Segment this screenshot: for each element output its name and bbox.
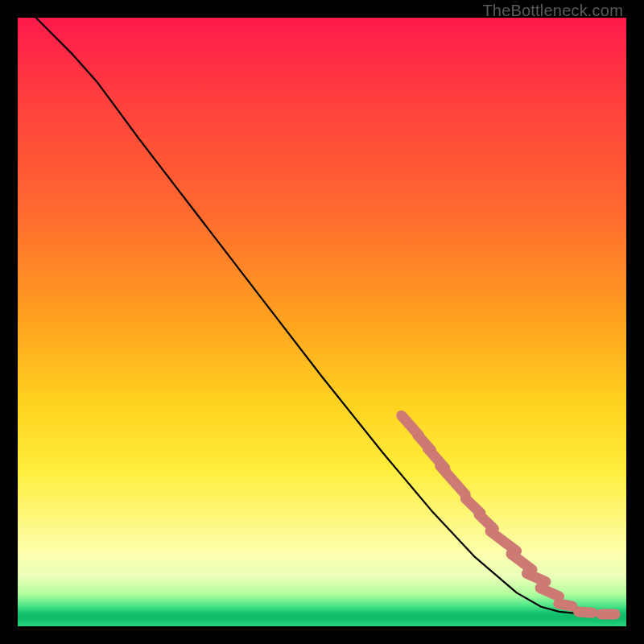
watermark-text: TheBottleneck.com	[482, 2, 623, 20]
chart-curve	[36, 18, 614, 614]
chart-frame	[18, 18, 626, 626]
chart-marker	[596, 609, 621, 619]
chart-marker	[573, 606, 598, 618]
chart-overlay	[18, 18, 626, 626]
chart-markers	[394, 408, 621, 619]
